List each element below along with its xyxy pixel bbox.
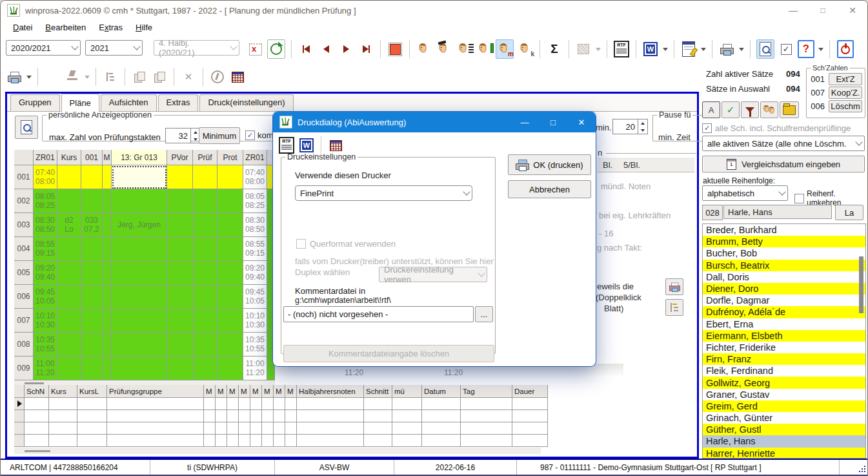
filter-funnel-button[interactable]	[741, 101, 759, 118]
minimum-button[interactable]: Minimum	[199, 127, 240, 144]
chevron-down-icon[interactable]	[701, 48, 706, 51]
grid-cell-pruefungsgruppe[interactable]: Jerg, Jürgen	[112, 213, 167, 237]
schzahlen-button[interactable]: Ext'Z	[829, 73, 862, 85]
schuljahr-select[interactable]: 2020/2021	[6, 40, 81, 56]
grid-cell-pruefungsgruppe[interactable]	[112, 237, 167, 261]
student-m-icon[interactable]: m	[496, 39, 514, 59]
close-button[interactable]: ✕	[838, 1, 867, 19]
filter-a-button[interactable]: A	[702, 101, 720, 118]
menu-extras[interactable]: Extras	[93, 21, 128, 34]
dialog-close-button[interactable]: ✕	[567, 112, 596, 132]
print-small-button[interactable]	[665, 278, 683, 295]
student-list-item[interactable]: Bursch, Beatrix	[703, 260, 865, 271]
ok-print-button[interactable]: OK (drucken)	[508, 154, 591, 175]
student-list-item[interactable]: Harle, Hans	[703, 435, 865, 447]
student-list-item[interactable]: Fichter, Friderike	[703, 342, 865, 353]
check-button[interactable]: ✓	[722, 101, 740, 118]
table-row[interactable]	[14, 398, 548, 410]
students-button[interactable]	[760, 101, 778, 118]
grid-cell-pruefungsgruppe[interactable]	[112, 309, 167, 333]
abijahr-select[interactable]: 2021	[85, 40, 143, 56]
student-list-item[interactable]: Ebert, Erna	[703, 318, 865, 330]
print-preview-icon[interactable]	[756, 39, 774, 59]
vergleichsdatum-button[interactable]: Vergleichsdatum eingeben	[702, 156, 865, 172]
student-hat-icon[interactable]	[436, 40, 452, 58]
stop-icon[interactable]	[387, 40, 403, 58]
student-list-item[interactable]: Dall, Doris	[703, 271, 865, 283]
chevron-down-icon[interactable]	[739, 48, 744, 51]
grid-cell-pruefungsgruppe[interactable]	[112, 357, 167, 380]
chevron-down-icon[interactable]	[663, 48, 668, 51]
folder-button[interactable]	[780, 101, 799, 118]
delete-window-icon[interactable]: x	[247, 40, 264, 58]
grid-cell-pruefungsgruppe[interactable]	[112, 165, 167, 189]
student-list-item[interactable]: Graner, Gustav	[703, 389, 865, 400]
table-row[interactable]	[14, 435, 548, 447]
student-k-icon[interactable]: k	[517, 40, 534, 58]
table-row[interactable]	[14, 410, 548, 422]
print-icon[interactable]	[718, 40, 735, 58]
grid-hscrollbar[interactable]	[14, 380, 275, 385]
refresh-icon[interactable]	[267, 39, 285, 59]
schulfremde-checkbox[interactable]: ✓alle Sch. incl. Schulfremdenprüflinge	[702, 123, 851, 133]
tab-aufsichten[interactable]: Aufsichten	[101, 94, 157, 111]
takt-spinner[interactable]: 32	[165, 128, 201, 143]
student-list-item[interactable]: Firn, Franz	[703, 353, 865, 365]
student-list-item[interactable]: Dorfle, Dagmar	[703, 295, 865, 306]
student-list-item[interactable]: Breder, Burkhard	[703, 224, 865, 236]
student-list-item[interactable]: Brumm, Betty	[703, 236, 865, 247]
list-scrollbar[interactable]	[859, 256, 863, 313]
menu-datei[interactable]: Datei	[7, 21, 38, 34]
zoom-page-button[interactable]	[15, 116, 38, 139]
table-row[interactable]	[14, 422, 548, 435]
menu-hilfe[interactable]: Hilfe	[130, 21, 158, 34]
student-icon[interactable]	[416, 40, 432, 58]
grid-cell-pruefungsgruppe[interactable]	[112, 333, 167, 357]
table-hscrollbar[interactable]	[14, 448, 541, 454]
first-record-icon[interactable]	[298, 40, 314, 58]
maximize-button[interactable]: □	[808, 1, 838, 19]
schzahlen-button[interactable]: Koop'Z.	[829, 87, 862, 99]
student-list-item[interactable]: Diener, Doro	[703, 283, 865, 295]
cancel-button[interactable]: Abbrechen	[508, 180, 591, 198]
grid-cell-pruefungsgruppe[interactable]	[112, 261, 167, 285]
schzahlen-button[interactable]: Löschm	[829, 100, 862, 112]
grid-export-icon[interactable]	[327, 136, 344, 154]
comment-file-input[interactable]: - (noch) nicht vorgesehen -	[283, 306, 474, 322]
chevron-down-icon[interactable]	[26, 76, 32, 79]
chevron-down-icon[interactable]	[818, 48, 823, 51]
tree-small-button[interactable]	[665, 299, 683, 316]
browse-button[interactable]: ...	[475, 306, 493, 322]
min-spinner[interactable]: 20	[612, 119, 648, 134]
checkbox-icon[interactable]: ✓	[778, 40, 794, 58]
student-list-item[interactable]: Fleik, Ferdinand	[703, 365, 865, 377]
tab-extras[interactable]: Extras	[158, 94, 199, 111]
tab-pläne[interactable]: Pläne	[61, 94, 99, 112]
reihenfolge-select[interactable]: alphabetisch	[702, 185, 788, 201]
grid-icon[interactable]	[229, 68, 246, 86]
dialog-minimize-button[interactable]: —	[510, 112, 539, 132]
student-list-item[interactable]: Grinach, Günter	[703, 412, 865, 424]
la-button[interactable]: La	[835, 205, 863, 220]
last-record-icon[interactable]	[358, 40, 374, 58]
word-export-icon[interactable]: W	[642, 40, 659, 58]
student-list-item[interactable]: Güther, Gustl	[703, 424, 865, 435]
saetze-select[interactable]: alle aktiven Sätze (alle ohne Löschm.	[702, 136, 865, 151]
student-list-icon[interactable]	[456, 40, 472, 58]
rtf-export-icon[interactable]: RTF	[613, 40, 630, 58]
tab-gruppen[interactable]: Gruppen	[10, 94, 60, 111]
report-icon[interactable]	[680, 40, 697, 58]
print-icon[interactable]	[6, 68, 23, 86]
grid-cell-pruefungsgruppe[interactable]	[112, 285, 167, 309]
dialog-maximize-button[interactable]: □	[539, 112, 567, 132]
rtf-export-icon[interactable]: RTF	[278, 136, 295, 154]
minimize-button[interactable]: —	[778, 1, 808, 19]
grid-cell-pruefungsgruppe[interactable]	[112, 189, 167, 213]
sum-icon[interactable]: Σ	[546, 40, 563, 58]
next-record-icon[interactable]	[338, 40, 354, 58]
student-list-item[interactable]: Dufrénoy, Adéla´de	[703, 306, 865, 318]
tab-druck(einstellungen)[interactable]: Druck(einstellungen)	[199, 94, 293, 111]
student-edit-icon[interactable]	[476, 40, 492, 58]
student-list-item[interactable]: Eiermann, Elsbeth	[703, 330, 865, 342]
student-list-item[interactable]: Gollwitz, Georg	[703, 377, 865, 388]
